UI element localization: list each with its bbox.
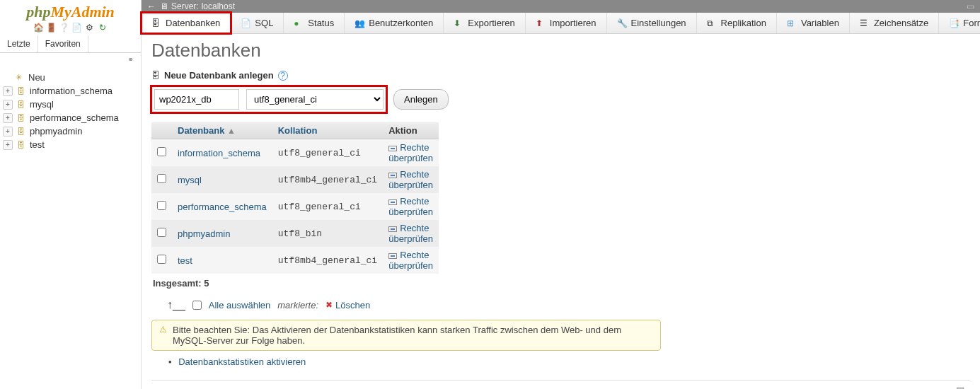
dbname-input[interactable]: [154, 89, 239, 110]
th-name[interactable]: Datenbank ▲: [172, 122, 272, 139]
tab-settings[interactable]: 🔧Einstellungen: [607, 13, 697, 33]
privileges-icon: [388, 226, 397, 232]
exit-icon[interactable]: 🚪: [47, 23, 57, 33]
tab-label: Variablen: [801, 18, 839, 28]
sql-icon: 📄: [241, 18, 250, 28]
tab-users[interactable]: 👥Benutzerkonten: [345, 13, 444, 33]
gear-icon[interactable]: ⚙: [85, 23, 95, 33]
tree-item-db[interactable]: + 🗄 phpmyadmin: [3, 124, 138, 138]
tree-label: mysql: [30, 99, 54, 110]
collation-select[interactable]: utf8_general_ci: [246, 89, 384, 110]
row-checkbox[interactable]: [157, 255, 166, 264]
expand-icon[interactable]: +: [3, 140, 13, 150]
tab-charsets[interactable]: ☰Zeichensätze: [850, 13, 939, 33]
create-button[interactable]: Anlegen: [393, 89, 449, 110]
db-table: Datenbank ▲ Kollation Aktion information…: [151, 122, 439, 274]
table-row: performance_schema utf8_general_ci Recht…: [151, 193, 439, 220]
tab-label: Status: [308, 18, 334, 28]
db-link[interactable]: phpmyadmin: [178, 228, 230, 239]
status-icon: ●: [294, 18, 304, 28]
sql-icon[interactable]: 📄: [72, 23, 82, 33]
db-icon: 🗄: [17, 114, 27, 122]
tree-item-db[interactable]: + 🗄 test: [3, 138, 138, 151]
tree-item-db[interactable]: + 🗄 performance_schema: [3, 111, 138, 124]
privileges-icon: [388, 146, 397, 151]
notice: ⚠ Bitte beachten Sie: Das Aktivieren der…: [151, 320, 661, 351]
help-icon[interactable]: ?: [278, 71, 288, 81]
db-icon: 🗄: [17, 141, 27, 149]
sidebar-tab-favorites[interactable]: Favoriten: [38, 35, 88, 52]
row-checkbox[interactable]: [157, 147, 166, 156]
sort-asc-icon: ▲: [227, 126, 236, 136]
th-collation[interactable]: Kollation: [272, 122, 383, 139]
row-collation: utf8_general_ci: [272, 139, 383, 167]
tab-formats[interactable]: 📑Formate: [939, 13, 980, 33]
db-icon: 🗄: [17, 87, 27, 95]
page-body: Datenbanken 🗄 Neue Datenbank anlegen ? u…: [142, 34, 980, 389]
separator: [151, 380, 970, 381]
create-label: Neue Datenbank anlegen: [164, 70, 274, 81]
db-link[interactable]: mysql: [178, 175, 202, 185]
server-icon: 🖥: [160, 1, 168, 11]
table-row: mysql utf8mb4_general_ci Rechte überprüf…: [151, 166, 439, 193]
import-icon: ⬆: [536, 18, 546, 28]
tab-variables[interactable]: ⊞Variablen: [777, 13, 850, 33]
privileges-icon: [388, 199, 397, 205]
tab-label: Zeichensätze: [874, 18, 928, 28]
row-collation: utf8mb4_general_ci: [272, 247, 383, 274]
tab-import[interactable]: ⬆Importieren: [526, 13, 607, 33]
home-icon[interactable]: 🏠: [34, 23, 44, 33]
select-all-link[interactable]: Alle auswählen: [209, 300, 270, 310]
notice-text: Bitte beachten Sie: Das Aktivieren der D…: [173, 325, 653, 346]
content: ← 🖥 Server: localhost ▭ 🗄Datenbanken 📄SQ…: [142, 0, 980, 389]
row-checkbox[interactable]: [157, 174, 166, 183]
logo-part1: php: [26, 3, 50, 21]
tab-label: Benutzerkonten: [369, 18, 433, 28]
tree-item-db[interactable]: + 🗄 mysql: [3, 98, 138, 111]
row-checkbox[interactable]: [157, 201, 166, 210]
delete-link[interactable]: Löschen: [335, 300, 370, 310]
expand-icon[interactable]: +: [3, 100, 13, 110]
expand-icon[interactable]: +: [3, 113, 13, 123]
tab-status[interactable]: ●Status: [284, 13, 345, 33]
refresh-icon[interactable]: ↻: [98, 23, 108, 33]
tree-label: performance_schema: [30, 112, 119, 123]
expand-icon[interactable]: +: [3, 86, 13, 96]
tree-label: phpmyadmin: [30, 126, 82, 137]
marked-label: markierte:: [277, 300, 318, 310]
db-link[interactable]: information_schema: [178, 148, 260, 158]
replication-icon: ⧉: [707, 18, 717, 28]
row-checkbox[interactable]: [157, 228, 166, 237]
tab-label: Einstellungen: [631, 18, 686, 28]
db-link[interactable]: test: [178, 255, 192, 266]
enable-stats-link[interactable]: Datenbankstatistiken aktivieren: [178, 356, 306, 367]
privileges-icon: [388, 173, 397, 178]
tab-label: Datenbanken: [166, 18, 220, 28]
bookmark-icon[interactable]: ▤: [151, 385, 970, 389]
back-icon[interactable]: ←: [147, 1, 156, 11]
tab-replication[interactable]: ⧉Replikation: [697, 13, 777, 33]
collapse-icon[interactable]: ▭: [967, 1, 974, 11]
tab-label: Replikation: [721, 18, 766, 28]
main-tabs: 🗄Datenbanken 📄SQL ●Status 👥Benutzerkonte…: [142, 13, 980, 34]
create-form-highlight: utf8_general_ci: [151, 86, 386, 112]
tree-label: test: [30, 139, 45, 150]
expand-icon[interactable]: +: [3, 127, 13, 137]
breadcrumb: ← 🖥 Server: localhost ▭: [142, 0, 980, 13]
tree-item-new[interactable]: ✳ Neu: [3, 71, 138, 84]
select-all-checkbox[interactable]: [192, 301, 202, 310]
tab-databases[interactable]: 🗄Datenbanken: [142, 13, 231, 33]
help-icon[interactable]: ❔: [59, 23, 69, 33]
vars-icon: ⊞: [787, 18, 797, 28]
bulk-actions: ↑__ Alle auswählen markierte: ✖ Löschen: [151, 293, 970, 317]
sidebar-tab-recent[interactable]: Letzte: [0, 35, 38, 52]
db-link[interactable]: performance_schema: [178, 202, 267, 212]
table-row: phpmyadmin utf8_bin Rechte überprüfen: [151, 220, 439, 247]
tab-sql[interactable]: 📄SQL: [231, 13, 284, 33]
table-row: test utf8mb4_general_ci Rechte überprüfe…: [151, 247, 439, 274]
tree-item-db[interactable]: + 🗄 information_schema: [3, 84, 138, 98]
sidebar-link-icon[interactable]: ⚭: [0, 53, 141, 66]
tree-label: information_schema: [30, 86, 113, 96]
tab-export[interactable]: ⬇Exportieren: [444, 13, 525, 33]
export-icon: ⬇: [454, 18, 463, 28]
